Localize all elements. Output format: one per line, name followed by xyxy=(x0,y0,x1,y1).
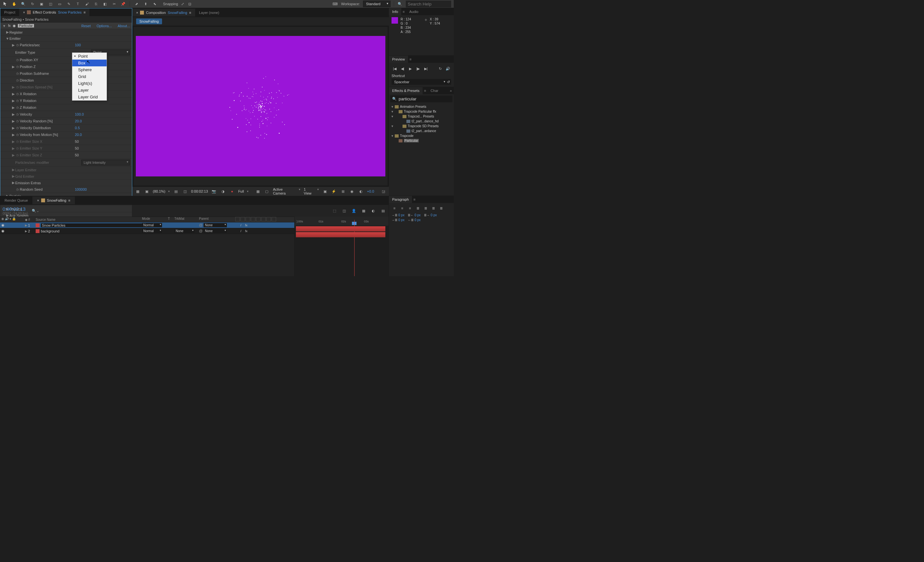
roto-tool[interactable]: ✂ xyxy=(111,1,117,6)
pickwhip-icon[interactable]: @ xyxy=(199,223,202,227)
flowchart-chip[interactable]: SnowFalling xyxy=(136,18,162,24)
selection-tool[interactable] xyxy=(3,1,8,6)
tab-layer[interactable]: Layer (none) xyxy=(195,9,223,16)
tab-timeline-comp[interactable]: × SnowFalling ≡ xyxy=(32,196,75,204)
twirl-icon[interactable]: ▶ xyxy=(11,85,15,89)
mode-dropdown[interactable]: Normal xyxy=(142,229,162,233)
loop-button[interactable]: ↻ xyxy=(437,66,443,71)
align-right-button[interactable]: ≡ xyxy=(407,206,413,211)
fast-preview-icon[interactable]: ⚡ xyxy=(331,188,337,194)
label-swatch[interactable] xyxy=(36,229,39,233)
twirl-icon[interactable]: ▶ xyxy=(11,119,15,123)
axis-view-icon[interactable]: ⬉ xyxy=(152,1,157,6)
pin-tool[interactable]: 📌 xyxy=(121,1,126,6)
stopwatch-icon[interactable]: ◷ xyxy=(15,71,20,76)
tab-render-queue[interactable]: Render Queue xyxy=(0,196,32,204)
alpha-toggle-icon[interactable]: ▦ xyxy=(135,188,141,194)
camera-tool[interactable]: ▣ xyxy=(39,1,44,6)
label-swatch[interactable] xyxy=(36,223,39,227)
eraser-tool[interactable]: ◧ xyxy=(102,1,108,6)
stopwatch-icon[interactable]: ◷ xyxy=(15,99,20,103)
zoom-dropdown[interactable]: (80.1%) xyxy=(153,189,170,193)
panel-menu-icon[interactable]: ≡ xyxy=(84,10,86,14)
time-ruler[interactable]: ):00s 01s 02s 03s xyxy=(295,217,388,226)
stopwatch-icon[interactable]: ◷ xyxy=(15,187,20,192)
twirl-icon[interactable]: ▶ xyxy=(11,92,15,96)
comp-mini-flowchart-icon[interactable]: ⬚ xyxy=(332,208,338,214)
twirl-icon[interactable]: ▶ xyxy=(11,112,15,117)
tree-preset-2[interactable]: t2_part...ardance xyxy=(390,129,453,133)
keyboard-icon[interactable]: ⌨ xyxy=(333,1,338,6)
last-frame-button[interactable]: ▶| xyxy=(423,66,429,71)
pen-tool[interactable]: ✎ xyxy=(66,1,71,6)
stopwatch-icon[interactable]: ◷ xyxy=(15,58,20,62)
first-frame-button[interactable]: |◀ xyxy=(392,66,398,71)
rotate-tool[interactable]: ↻ xyxy=(30,1,35,6)
draft3d-icon[interactable]: ◫ xyxy=(341,208,347,214)
snap-edge-icon[interactable]: ⤢ xyxy=(180,1,185,6)
twirl-icon[interactable]: ▶ xyxy=(11,181,15,185)
tree-sd-presets[interactable]: ▼Trapcode SD Presets xyxy=(390,124,453,129)
pixel-ar-icon[interactable]: ▣ xyxy=(322,188,328,194)
hand-tool[interactable]: ✋ xyxy=(12,1,17,6)
eye-icon[interactable]: ◉ xyxy=(1,229,4,233)
search-help-input[interactable] xyxy=(406,1,451,7)
exposure-value[interactable]: +0.0 xyxy=(367,189,374,193)
tab-effects-presets[interactable]: Effects & Presets xyxy=(389,87,423,94)
panel-menu-icon[interactable]: ≡ xyxy=(412,196,417,203)
align-center-button[interactable]: ≡ xyxy=(399,206,405,211)
quality-switch[interactable]: / xyxy=(240,224,242,227)
twirl-icon[interactable]: ▶ xyxy=(11,174,15,178)
maximize-icon[interactable]: ◲ xyxy=(381,188,386,194)
overflow-icon[interactable]: » xyxy=(448,87,454,94)
shy-switch[interactable] xyxy=(235,230,240,233)
about-link[interactable]: About... xyxy=(118,24,130,28)
menu-item-layer[interactable]: Layer xyxy=(72,87,106,94)
twirl-icon[interactable]: ▶ xyxy=(11,65,15,69)
menu-item-layer-grid[interactable]: Layer Grid xyxy=(72,94,106,100)
value-particles-sec[interactable]: 100 xyxy=(75,43,130,47)
shy-switch[interactable] xyxy=(235,224,240,227)
panel-menu-icon[interactable]: ≡ xyxy=(408,56,412,63)
rect-tool[interactable]: ▭ xyxy=(57,1,62,6)
indent-field[interactable]: ≣→0 px xyxy=(424,213,437,217)
twirl-icon[interactable]: ▶ xyxy=(11,106,15,110)
stopwatch-icon[interactable]: ◷ xyxy=(15,64,20,69)
mute-button[interactable]: 🔊 xyxy=(445,66,451,71)
twirl-icon[interactable]: ▶ xyxy=(11,146,15,151)
tab-audio[interactable]: Audio xyxy=(406,8,422,15)
search-icon[interactable]: 🔍⌄ xyxy=(32,209,39,213)
tree-trapcode-ffx[interactable]: ▼Trapcode Particular ffx xyxy=(390,109,453,114)
layer-name[interactable]: Snow Particles xyxy=(41,223,142,227)
reset-link[interactable]: Reset xyxy=(81,24,91,28)
next-frame-button[interactable]: |▶ xyxy=(415,66,422,71)
fx-switch[interactable]: fx xyxy=(245,230,248,233)
align-left-button[interactable]: ≡ xyxy=(392,206,398,211)
pan-behind-tool[interactable]: ◫ xyxy=(48,1,53,6)
twirl-icon[interactable]: ▼ xyxy=(2,24,6,28)
justify-all-button[interactable]: ≣ xyxy=(438,206,444,211)
composition-viewer[interactable] xyxy=(134,27,388,185)
stopwatch-icon[interactable]: ◷ xyxy=(15,43,20,47)
twirl-icon[interactable]: ▶ xyxy=(25,224,27,227)
resolution-dropdown[interactable]: Full xyxy=(238,189,249,193)
exposure-reset-icon[interactable]: ◐ xyxy=(358,188,364,194)
effect-name[interactable]: Particular xyxy=(18,24,34,27)
close-icon[interactable]: × xyxy=(37,199,39,202)
effects-search-input[interactable] xyxy=(399,96,453,101)
indent-value[interactable]: 0 px xyxy=(414,213,421,217)
indent-field[interactable]: →≣0 px xyxy=(392,218,405,222)
trkmat-dropdown[interactable]: None xyxy=(174,229,195,233)
twirl-icon[interactable]: ▶ xyxy=(11,139,15,144)
twirl-icon[interactable]: ▶ xyxy=(11,126,15,130)
view-dropdown[interactable]: 1 View xyxy=(304,187,319,195)
parent-dropdown[interactable]: None xyxy=(204,223,227,227)
timeline-graph[interactable]: ):00s 01s 02s 03s xyxy=(294,217,388,276)
justify-last-center-button[interactable]: ≣ xyxy=(423,206,429,211)
close-icon[interactable]: × xyxy=(136,11,138,15)
axis-local-icon[interactable]: ⬈ xyxy=(134,1,139,6)
eye-icon[interactable]: ◉ xyxy=(1,223,4,227)
indent-field[interactable]: ←≣0 px xyxy=(408,218,421,222)
source-name-header[interactable]: Source Name xyxy=(34,217,142,222)
twirl-icon[interactable]: ▶ xyxy=(25,230,27,233)
